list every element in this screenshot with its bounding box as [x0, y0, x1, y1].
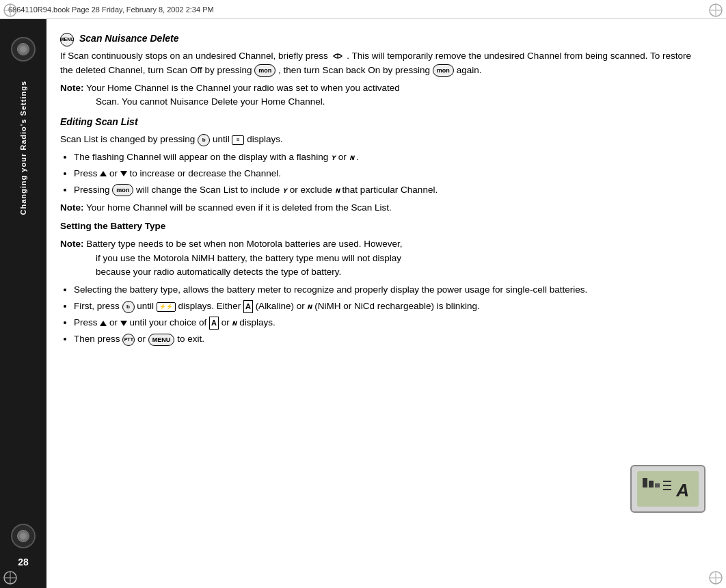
scan-list-display: ≡ — [232, 135, 244, 145]
bullet4: Selecting the battery type, allows the b… — [74, 283, 705, 297]
bullet2-or: or — [109, 168, 118, 178]
sidebar-deco-bottom — [11, 524, 36, 548]
bullet2: Press or to increase or decrease the Cha… — [74, 167, 705, 181]
a-icon: A — [209, 317, 219, 330]
bullet3-will: will change the Scan List to include — [136, 185, 280, 195]
corner-tr — [708, 3, 723, 18]
section1-text3: , then turn Scan back On by pressing — [278, 65, 430, 75]
top-bar-text: 6864110R94.book Page 28 Friday, February… — [8, 5, 214, 14]
section3-title: Setting the Battery Type — [60, 219, 705, 234]
n-icon2: ɴ — [335, 185, 340, 196]
note3-line1: Battery type needs to be set when non Mo… — [86, 239, 402, 249]
bullet1: The flashing Channel will appear on the … — [74, 150, 705, 165]
sidebar: Changing your Radio's Settings 28 — [0, 19, 46, 588]
menu-icon-inline: MENU — [148, 334, 175, 346]
bullet6-or: or — [109, 317, 118, 328]
battery-bar-2 — [649, 481, 654, 487]
section1-text1: If Scan continuously stops on an undesir… — [60, 51, 328, 61]
bullet3-or-exclude: or exclude — [290, 185, 332, 195]
bullet4-text: Selecting the battery type, allows the b… — [74, 284, 587, 295]
note3: Note: Battery type needs to be set when … — [60, 237, 705, 280]
section2-intro: Scan List is changed by pressing b until… — [60, 133, 705, 147]
section1-text4: again. — [457, 65, 482, 75]
n-icon3: ɴ — [232, 317, 237, 329]
battery-graphic: A — [630, 465, 705, 513]
y-icon: ʏ — [331, 152, 336, 163]
bullet6-or2: or — [221, 317, 230, 328]
battery-line-2 — [663, 485, 671, 486]
bullet7: Then press PTT or MENU to exit. — [74, 332, 705, 347]
bullet1-period: . — [356, 152, 359, 162]
bullet5: First, press b until ⚡⚡ displays. Either… — [74, 299, 705, 314]
bullet7-exit: to exit. — [177, 334, 204, 344]
section1-header-row: MENU Scan Nuisance Delete — [60, 31, 705, 49]
btn-b-icon2: b — [122, 301, 135, 313]
bullet6-displays: displays. — [239, 317, 275, 328]
note3-line3: because your radio automatically detects… — [96, 265, 705, 280]
bullet2-press: Press — [74, 168, 98, 178]
bullet5-nimh: (NiMH or NiCd rechargeable) is blinking. — [314, 301, 480, 311]
section1-title: Scan Nuisance Delete — [79, 31, 179, 46]
bullet7-then: Then press — [74, 334, 120, 344]
bullet3: Pressing mon will change the Scan List t… — [74, 183, 705, 198]
sidebar-deco-inner-bottom — [17, 530, 29, 542]
corner-bl — [3, 570, 18, 585]
battery-lines — [663, 481, 671, 490]
nimh-icon: ɴ — [307, 301, 312, 312]
arrow-down-icon2 — [120, 321, 127, 326]
note3-line2: if you use the Motorola NiMH battery, th… — [96, 252, 705, 266]
section2-intro-text3: displays. — [247, 134, 283, 144]
arrow-up-icon2 — [100, 321, 107, 326]
bullet6-until: until your choice of — [130, 317, 207, 328]
battery-bar-1 — [643, 478, 647, 487]
battery-line-3 — [663, 489, 671, 490]
battery-letter-a: A — [676, 477, 689, 504]
note1-text-line1: Your Home Channel is the Channel your ra… — [86, 83, 400, 93]
bullet5-displays: displays. Either — [178, 301, 241, 311]
mon-btn-2: mon — [433, 64, 454, 77]
bullet6-press: Press — [74, 317, 98, 328]
corner-tl — [3, 3, 18, 18]
main-content: MENU Scan Nuisance Delete If Scan contin… — [46, 19, 726, 588]
arrow-up-icon — [100, 171, 107, 176]
mon-btn-1: mon — [254, 64, 275, 77]
note2: Note: Your home Channel will be scanned … — [60, 201, 705, 215]
note2-label: Note: — [60, 202, 84, 213]
bullet3-pressing: Pressing — [74, 185, 110, 195]
page-number: 28 — [18, 557, 29, 567]
bullet5-until: until — [137, 301, 154, 311]
section2-title: Editing Scan List — [60, 115, 705, 130]
battery-display-icon: ⚡⚡ — [157, 302, 176, 312]
battery-screen: A — [637, 471, 699, 507]
bullet5-first: First, press — [74, 301, 120, 311]
section3-list: Selecting the battery type, allows the b… — [60, 283, 705, 347]
note2-text: Your home Channel will be scanned even i… — [86, 202, 392, 213]
bullet1-or: or — [338, 152, 349, 162]
battery-bar-3 — [655, 483, 660, 487]
ptt-icon: PTT — [122, 334, 135, 346]
sidebar-deco-inner-top — [17, 43, 29, 55]
section2-intro-text2: until — [213, 134, 230, 144]
bullet6: Press or until your choice of A or ɴ dis… — [74, 316, 705, 330]
menu-icon-col: MENU — [60, 31, 79, 47]
note3-label: Note: — [60, 239, 84, 249]
btn-b-icon: b — [198, 134, 210, 146]
section2-intro-text1: Scan List is changed by pressing — [60, 134, 195, 144]
section1-para: If Scan continuously stops on an undesir… — [60, 49, 705, 78]
note1: Note: Your Home Channel is the Channel y… — [60, 81, 705, 110]
bullet7-or: or — [137, 334, 146, 344]
bullet3-that: that particular Channel. — [342, 185, 438, 195]
sidebar-deco-top — [11, 37, 36, 62]
alkaline-icon: A — [243, 300, 253, 313]
y-icon2: ʏ — [282, 185, 287, 196]
top-bar: 6864110R94.book Page 28 Friday, February… — [0, 0, 726, 19]
mon-btn-3: mon — [112, 184, 133, 196]
n-icon: ɴ — [349, 152, 354, 163]
section1-header: Scan Nuisance Delete — [79, 31, 179, 49]
menu-icon: MENU — [60, 33, 74, 46]
sidebar-label: Changing your Radio's Settings — [19, 81, 27, 215]
battery-line-1 — [663, 481, 671, 482]
section2-list: The flashing Channel will appear on the … — [60, 150, 705, 198]
bullet1-text: The flashing Channel will appear on the … — [74, 152, 328, 162]
bullet5-alkaline: (Alkaline) or — [256, 301, 305, 311]
